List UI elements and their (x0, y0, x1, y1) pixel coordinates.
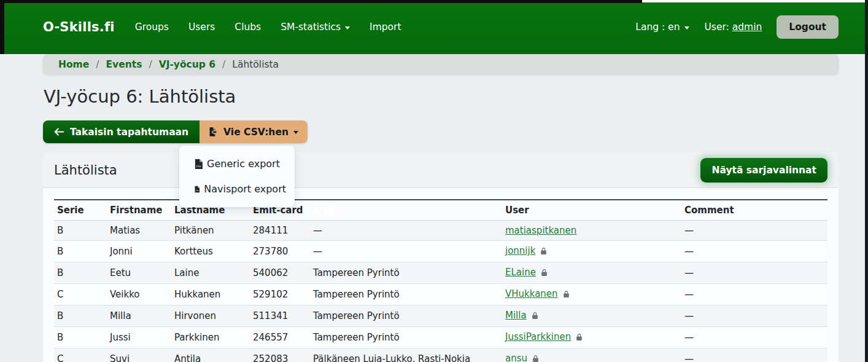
table-header-row: Serie Firstname Lastname Emit-card Club … (54, 200, 827, 221)
user-link[interactable]: jonnijk (505, 245, 535, 256)
lock-icon (532, 354, 540, 362)
logout-button[interactable]: Logout (777, 15, 839, 39)
column-header-serie: Serie (54, 200, 107, 221)
cell-serie: B (54, 241, 107, 262)
cell-lastname: Laine (171, 262, 250, 284)
cell-club: Tampereen Pyrintö (310, 284, 502, 305)
nav-item-import[interactable]: Import (370, 22, 401, 33)
arrow-left-icon (54, 128, 64, 136)
cell-comment: — (681, 284, 827, 305)
cell-serie: B (54, 305, 107, 327)
column-header-club: Club (310, 200, 502, 221)
nav-item-sm-statistics[interactable]: SM-statistics (281, 22, 350, 33)
cell-user: matiaspitkanen (502, 221, 681, 241)
start-list-table: Serie Firstname Lastname Emit-card Club … (54, 199, 827, 362)
navbar-right: Lang : en User: admin Logout (635, 15, 839, 39)
breadcrumb-separator: / (96, 59, 99, 70)
table-row: B Jussi Parkkinen 246557 Tampereen Pyrin… (54, 327, 827, 348)
cell-lastname: Hirvonen (171, 305, 250, 327)
table-row: B Matias Pitkänen 284111 — matiaspitkane… (54, 221, 827, 241)
back-to-event-button[interactable]: Takaisin tapahtumaan (43, 120, 200, 143)
caret-down-icon (345, 26, 350, 30)
app-screen: O-Skills.fi Groups Users Clubs SM-statis… (0, 0, 868, 362)
user-label: User: admin (704, 22, 762, 33)
breadcrumb-separator: / (222, 59, 225, 70)
cell-club: Tampereen Pyrintö (310, 305, 502, 327)
cell-serie: B (54, 262, 107, 284)
cell-emit-card: 529102 (250, 284, 310, 305)
user-link[interactable]: JussiParkkinen (505, 331, 571, 342)
page-title: VJ-yöcup 6: Lähtölista (44, 86, 236, 107)
breadcrumb-event[interactable]: VJ-yöcup 6 (159, 59, 215, 70)
panel-header: Lähtölista Näytä sarjavalinnat (43, 152, 839, 188)
cell-comment: — (681, 221, 827, 241)
table-row: B Milla Hirvonen 511341 Tampereen Pyrint… (54, 305, 827, 327)
top-edge-artifact (0, 0, 642, 3)
cell-firstname: Eetu (107, 262, 171, 284)
cell-firstname: Jussi (107, 327, 171, 348)
svg-text:csv: csv (196, 189, 199, 192)
cell-comment: — (681, 305, 827, 327)
cell-user: Milla (502, 305, 681, 327)
lock-icon (575, 332, 583, 344)
caret-down-icon (684, 26, 689, 30)
cell-comment: — (681, 348, 827, 362)
breadcrumb: Home / Events / VJ-yöcup 6 / Lähtölista (43, 54, 839, 74)
lock-icon (531, 311, 539, 322)
brand-logo[interactable]: O-Skills.fi (43, 20, 115, 34)
lang-dropdown[interactable]: Lang : en (635, 22, 689, 33)
export-csv-button[interactable]: Vie CSV:hen (200, 120, 308, 143)
table-row: B Jonni Kortteus 273780 — jonnijk — (54, 241, 827, 262)
cell-lastname: Antila (171, 348, 250, 362)
cell-emit-card: 246557 (250, 327, 310, 348)
breadcrumb-events[interactable]: Events (106, 59, 142, 70)
breadcrumb-home[interactable]: Home (58, 59, 89, 70)
cell-serie: C (54, 284, 107, 305)
panel-body: Serie Firstname Lastname Emit-card Club … (43, 188, 839, 362)
user-link[interactable]: Milla (505, 310, 527, 321)
cell-lastname: Parkkinen (171, 327, 250, 348)
club-sort-link[interactable]: Club (313, 205, 336, 216)
cell-club: — (310, 221, 502, 241)
cell-firstname: Matias (107, 221, 171, 241)
cell-firstname: Veikko (107, 284, 171, 305)
scrollbar[interactable] (865, 0, 868, 362)
table-row: C Veikko Hukkanen 529102 Tampereen Pyrin… (54, 284, 827, 305)
user-link[interactable]: ansu (505, 353, 527, 362)
top-edge-artifact (642, 0, 868, 2)
cell-club: — (310, 241, 502, 262)
menu-item-navisport-export[interactable]: csv Navisport export (179, 176, 295, 202)
user-link[interactable]: VHukkanen (505, 288, 558, 299)
cell-user: ansu (502, 348, 681, 362)
lock-icon (562, 289, 570, 301)
caret-down-icon (293, 131, 298, 134)
menu-item-generic-export[interactable]: csv Generic export (179, 151, 295, 176)
start-list-panel: Lähtölista Näytä sarjavalinnat Serie Fir… (43, 152, 839, 362)
cell-lastname: Pitkänen (171, 221, 250, 241)
cell-club: Pälkäneen Luja-Lukko, Rasti-Nokia (310, 348, 502, 362)
toolbar: Takaisin tapahtumaan Vie CSV:hen (43, 120, 308, 143)
user-link[interactable]: ELaine (505, 267, 536, 278)
user-profile-link[interactable]: admin (732, 22, 762, 33)
cell-user: JussiParkkinen (502, 327, 681, 348)
cell-firstname: Jonni (107, 241, 171, 262)
nav-item-groups[interactable]: Groups (135, 22, 169, 33)
user-link[interactable]: matiaspitkanen (505, 225, 576, 236)
show-series-selections-button[interactable]: Näytä sarjavalinnat (700, 158, 827, 183)
nav-item-users[interactable]: Users (188, 22, 215, 33)
cell-serie: B (54, 327, 107, 348)
panel-title: Lähtölista (54, 163, 117, 178)
breadcrumb-current: Lähtölista (232, 59, 279, 70)
cell-club: Tampereen Pyrintö (310, 327, 502, 348)
cell-emit-card: 540062 (250, 262, 310, 284)
cell-emit-card: 511341 (250, 305, 310, 327)
cell-lastname: Hukkanen (171, 284, 250, 305)
main-nav: Groups Users Clubs SM-statistics Import (135, 22, 401, 33)
cell-firstname: Suvi (107, 348, 171, 362)
cell-club: Tampereen Pyrintö (310, 262, 502, 284)
navbar: O-Skills.fi Groups Users Clubs SM-statis… (0, 0, 868, 54)
cell-comment: — (681, 327, 827, 348)
cell-serie: C (54, 348, 107, 362)
nav-item-clubs[interactable]: Clubs (234, 22, 261, 33)
export-dropdown-menu: csv Generic export csv Navisport export (179, 146, 295, 207)
